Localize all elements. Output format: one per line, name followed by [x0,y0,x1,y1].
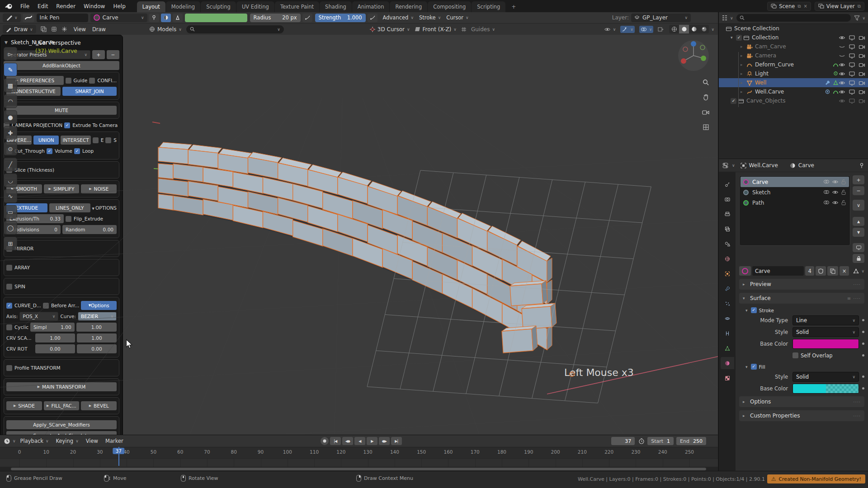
scrollbar-thumb[interactable] [11,468,706,470]
disable-viewport-icon[interactable] [849,80,855,86]
disable-render-icon[interactable] [859,89,865,95]
disable-viewport-icon[interactable] [849,53,855,59]
strength-slider[interactable]: Strength 1.000 [315,14,366,22]
shading-rendered-icon[interactable] [699,25,709,33]
slot-visibility-icons[interactable] [823,179,846,185]
material-slot-carve[interactable]: Carve [741,177,849,187]
view-layer-new-icon[interactable]: ⧉ [858,4,861,9]
vertex-color-swatch[interactable] [185,14,247,22]
expand-icon[interactable]: ▸ [741,53,745,58]
outliner-row-light[interactable]: ▸Light [719,69,868,78]
advanced-dropdown[interactable]: Advanced∨ [383,14,414,21]
shading-solid-icon[interactable] [679,25,689,33]
collection-checkbox[interactable]: ✓ [731,98,736,104]
navigation-gizmo[interactable] [676,38,711,73]
vertex-color-mode-icon[interactable] [173,14,183,22]
disable-viewport-icon[interactable] [849,62,855,68]
guides-dropdown[interactable]: Guides∨ [471,26,495,33]
material-slot-sketch[interactable]: Sketch [741,187,849,197]
timeline-editor-icon[interactable]: ∨ [4,438,16,445]
drawing-plane-dropdown[interactable]: Front (X-Z)∨ [415,26,457,33]
material-display-dropdown[interactable]: ∨ [853,268,864,274]
tab-modifiers[interactable] [721,282,734,295]
workspace-tab-scripting[interactable]: Scripting [472,1,505,12]
filter-icon[interactable] [854,15,860,21]
add-workspace-button[interactable]: + [506,1,521,12]
transform-orientation-dropdown[interactable]: 3D Cursor∨ [370,26,410,33]
disable-viewport-icon[interactable] [849,98,855,104]
tab-object-data[interactable] [721,342,734,354]
radius-pressure-icon[interactable] [302,14,312,22]
slot-visibility-icons[interactable] [823,189,846,195]
workspace-tab-modeling[interactable]: Modeling [166,1,200,12]
menu-render[interactable]: Render [52,1,80,11]
tab-texture[interactable] [721,372,734,384]
expand-icon[interactable]: ▸ [741,44,745,49]
workspace-tab-layout[interactable]: Layout [137,1,165,12]
hide-viewport-icon[interactable] [839,71,845,77]
current-frame-field[interactable]: 37 [611,437,635,445]
outliner-row-well[interactable]: ▸Well [719,78,868,87]
fill-tool[interactable]: ▩ [4,79,17,92]
breadcrumb-object[interactable]: Well.Carve [749,162,778,169]
disable-viewport-icon[interactable] [849,71,855,77]
blender-logo-icon[interactable] [5,3,13,9]
draw-menu[interactable]: Draw [92,26,106,33]
menu-edit[interactable]: Edit [33,1,52,11]
workspace-tab-animation[interactable]: Animation [352,1,390,12]
play-reverse-button[interactable]: ◀ [354,437,365,445]
end-frame-field[interactable]: End250 [676,437,706,445]
timeline-menu-marker[interactable]: Marker [105,438,123,444]
tab-scene[interactable] [721,238,734,250]
copy-button[interactable] [827,266,838,276]
tint-tool[interactable]: ● [4,110,17,124]
section-preview[interactable]: ▸Preview···· [739,279,864,290]
hide-viewport-icon[interactable] [839,62,845,68]
workspace-tab-compositing[interactable]: Compositing [428,1,471,12]
expand-icon[interactable]: ▸ [741,80,745,85]
fill-style-select[interactable]: Solid∨ [793,372,859,382]
stroke-subsection[interactable]: ▾ ✓Stroke [745,307,864,313]
menu-window[interactable]: Window [80,1,109,11]
disable-viewport-icon[interactable] [849,89,855,95]
section-options[interactable]: ▸Options···· [739,396,864,407]
select-tool[interactable]: ▻ [4,47,17,61]
material-slot-path[interactable]: Path [741,197,849,208]
play-button[interactable]: ▶ [367,437,377,445]
slot-move-down-button[interactable]: ▼ [853,228,864,237]
gizmos-dropdown[interactable]: ∨ [620,26,635,33]
auto-key-button[interactable] [321,437,329,445]
erase-tool[interactable]: ◠ [4,94,17,108]
timeline-ruler[interactable]: 0102030405060708090100110120130140150160… [0,447,718,458]
overlays-dropdown[interactable]: ∨ [639,26,654,33]
animate-dot[interactable] [862,331,864,333]
prev-keyframe-button[interactable]: ◀◆ [342,437,353,445]
circle-tool[interactable]: ⊞ [4,237,17,250]
outliner-editor-icon[interactable] [722,15,728,21]
outliner-row-carve-objects[interactable]: ✓Carve_Objects [719,96,868,105]
timeline-menu-keying[interactable]: Keying∨ [56,438,79,444]
start-frame-field[interactable]: Start1 [647,437,674,445]
stroke-style-select[interactable]: Solid∨ [793,327,859,337]
jump-to-start-button[interactable]: |◀ [330,437,341,445]
shading-material-icon[interactable] [689,25,699,33]
outliner-row-well-carve[interactable]: ▸Well.Carve [719,87,868,96]
xray-icon[interactable] [658,27,664,32]
snap-icon[interactable] [61,26,67,32]
disable-render-icon[interactable] [859,44,865,50]
fake-user-button[interactable] [816,266,826,276]
tab-material[interactable] [721,357,734,369]
pin-icon[interactable] [859,163,864,169]
slot-move-up-button[interactable]: ▲ [853,217,864,226]
ortho-toggle-icon[interactable] [700,121,712,133]
mode-type-select[interactable]: Line∨ [793,315,859,325]
use-preview-range-icon[interactable] [638,438,645,444]
pan-icon[interactable] [700,91,712,103]
slot-add-button[interactable]: + [853,175,864,184]
strength-pressure-icon[interactable] [368,14,377,22]
disable-render-icon[interactable] [859,35,865,41]
view-menu[interactable]: View [74,26,86,33]
hide-viewport-icon[interactable] [839,98,845,104]
scene-new-icon[interactable]: ⧉ [797,4,801,9]
fill-subsection[interactable]: ▾ ✓Fill [745,364,864,370]
